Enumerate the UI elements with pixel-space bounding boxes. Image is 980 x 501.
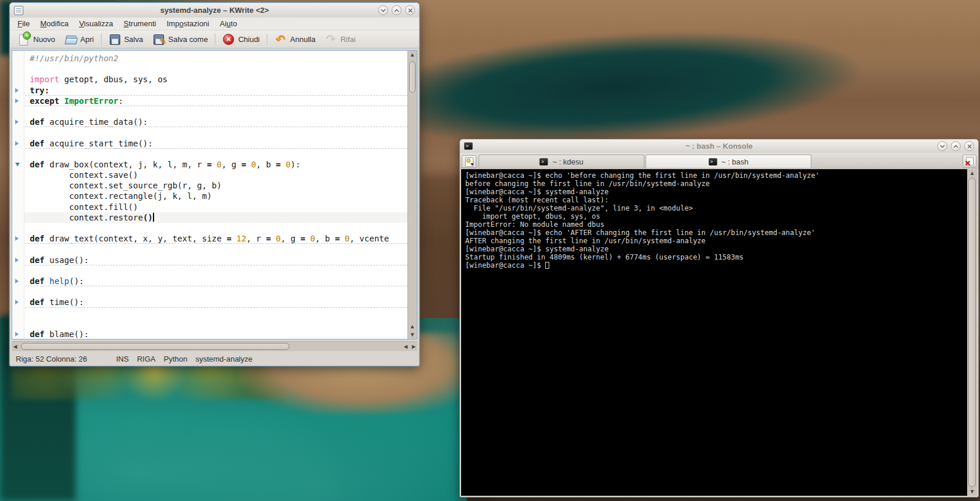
menu-item-impostazioni[interactable]: Impostazioni xyxy=(161,19,214,28)
code-text: context.rectangle(j, k, l, m) xyxy=(30,191,212,201)
minimize-button[interactable] xyxy=(937,141,947,151)
code-line: def acquire_start_time(): xyxy=(12,138,407,149)
scroll-down-arrow-icon[interactable]: ▼ xyxy=(408,331,417,339)
maximize-button[interactable] xyxy=(951,141,961,151)
close-icon xyxy=(967,144,972,149)
new-icon xyxy=(18,33,30,45)
language-label[interactable]: Python xyxy=(163,355,187,363)
kwrite-titlebar[interactable]: systemd-analyze – KWrite <2> xyxy=(10,3,419,17)
code-fold-marker[interactable] xyxy=(15,255,25,265)
vertical-scroll-thumb[interactable] xyxy=(409,61,416,93)
save-as-button[interactable]: ✎Salva come xyxy=(148,31,212,47)
scroll-right-arrow-icon[interactable]: ► xyxy=(410,342,417,352)
editor-horizontal-scrollbar[interactable]: ◄ ◄ ► xyxy=(12,341,417,351)
code-area[interactable]: #!/usr/bin/python2import getopt, dbus, s… xyxy=(12,51,407,339)
code-fold-empty xyxy=(15,106,25,117)
scroll-up-arrow-icon[interactable]: ▲ xyxy=(408,51,417,59)
code-fold-empty xyxy=(15,212,25,223)
scroll-up-arrow-icon[interactable]: ▲ xyxy=(408,323,417,331)
kwrite-app-icon xyxy=(14,6,23,15)
terminal-line: import getopt, dbus, sys, os xyxy=(465,212,963,220)
code-fold-empty xyxy=(15,127,25,138)
code-text: def usage(): xyxy=(30,255,89,265)
tab-kdesu[interactable]: ~ : kdesu xyxy=(479,155,644,168)
close-button[interactable] xyxy=(964,141,974,151)
code-fold-marker[interactable] xyxy=(15,85,25,96)
code-fold-marker[interactable] xyxy=(15,297,25,307)
code-line: except ImportError: xyxy=(12,96,407,106)
toolbar-label: Salva xyxy=(124,35,144,44)
terminal-line: Startup finished in 4809ms (kernel) + 67… xyxy=(465,253,963,261)
code-line: import getopt, dbus, sys, os xyxy=(12,74,407,85)
undo-button[interactable]: ↶Annulla xyxy=(270,31,320,47)
toolbar-label: Chiudi xyxy=(238,35,260,44)
kwrite-toolbar: NuovoApriSalva✎Salva comeChiudi↶Annulla↷… xyxy=(10,30,419,48)
code-line: def time(): xyxy=(12,297,407,307)
kwrite-editor[interactable]: #!/usr/bin/python2import getopt, dbus, s… xyxy=(12,50,417,339)
maximize-button[interactable] xyxy=(392,5,402,15)
konsole-tabbar: ~ : kdesu~ : bash xyxy=(460,153,978,169)
code-text: context.restore() xyxy=(30,213,154,222)
save-button[interactable]: Salva xyxy=(104,31,148,47)
code-text: import getopt, dbus, sys, os xyxy=(30,75,168,84)
close-button[interactable] xyxy=(405,5,415,15)
terminal-scrollbar[interactable]: ▲ ▼ xyxy=(967,169,977,496)
editor-vertical-scrollbar[interactable]: ▲ ▲ ▼ xyxy=(407,51,417,339)
code-line: context.save() xyxy=(12,170,407,180)
selection-mode-label[interactable]: RIGA xyxy=(137,355,156,363)
menu-item-visualizza[interactable]: Visualizza xyxy=(74,19,118,28)
menu-item-aiuto[interactable]: Aiuto xyxy=(214,19,242,28)
toolbar-label: Annulla xyxy=(290,35,315,44)
toolbar-label: Nuovo xyxy=(33,35,55,44)
code-fold-marker[interactable] xyxy=(15,117,25,127)
code-fold-empty xyxy=(15,318,25,329)
code-fold-marker[interactable] xyxy=(15,276,25,286)
open-icon xyxy=(65,33,77,45)
code-line: def usage(): xyxy=(12,255,407,265)
new-tab-button[interactable] xyxy=(462,155,476,168)
menu-item-strumenti[interactable]: Strumenti xyxy=(118,19,162,28)
code-text: context.set_source_rgb(r, g, b) xyxy=(30,181,222,190)
code-fold-empty xyxy=(15,53,25,64)
horizontal-scroll-thumb[interactable] xyxy=(21,343,290,350)
close-doc-button[interactable]: Chiudi xyxy=(218,31,264,47)
terminal-line: File "/usr/bin/systemd-analyze", line 3,… xyxy=(465,204,963,212)
redo-button: ↷Rifai xyxy=(320,31,360,47)
scroll-down-arrow-icon[interactable]: ▼ xyxy=(967,488,977,496)
minimize-button[interactable] xyxy=(378,5,388,15)
new-button[interactable]: Nuovo xyxy=(13,31,60,47)
terminal-output[interactable]: [winebar@cacca ~]$ echo 'before changing… xyxy=(461,169,967,496)
scroll-up-arrow-icon[interactable]: ▲ xyxy=(967,169,977,177)
konsole-titlebar[interactable]: ~ : bash – Konsole xyxy=(460,139,978,153)
code-fold-marker[interactable] xyxy=(15,96,25,106)
menu-item-file[interactable]: File xyxy=(12,19,35,28)
open-button[interactable]: Apri xyxy=(60,31,99,47)
terminal-scroll-thumb[interactable] xyxy=(968,178,976,487)
code-fold-empty xyxy=(15,149,25,159)
code-text: def time(): xyxy=(30,297,84,307)
undo-icon: ↶ xyxy=(274,33,287,45)
toolbar-label: Rifai xyxy=(340,35,355,44)
code-fold-marker[interactable] xyxy=(15,329,25,339)
scroll-left-arrow-icon[interactable]: ◄ xyxy=(12,342,19,352)
code-line xyxy=(12,265,407,276)
code-fold-marker[interactable] xyxy=(15,233,25,244)
code-fold-marker[interactable] xyxy=(15,138,25,149)
scroll-left-arrow-icon[interactable]: ◄ xyxy=(402,342,409,352)
code-fold-empty xyxy=(15,286,25,297)
wallpaper-river-bend xyxy=(365,18,862,157)
toolbar-separator xyxy=(101,33,102,45)
code-text: except ImportError: xyxy=(30,96,123,106)
code-text: context.fill() xyxy=(30,202,138,212)
insert-mode-label[interactable]: INS xyxy=(116,355,129,363)
code-line xyxy=(12,318,407,329)
code-line xyxy=(12,149,407,159)
code-fold-empty xyxy=(15,244,25,254)
code-fold-marker[interactable] xyxy=(15,159,25,170)
close-tab-button[interactable] xyxy=(962,155,976,167)
tab-bash[interactable]: ~ : bash xyxy=(646,155,811,168)
code-line xyxy=(12,244,407,254)
code-text: def acquire_time_data(): xyxy=(30,117,148,127)
code-fold-empty xyxy=(15,170,25,180)
menu-item-modifica[interactable]: Modifica xyxy=(35,19,74,28)
